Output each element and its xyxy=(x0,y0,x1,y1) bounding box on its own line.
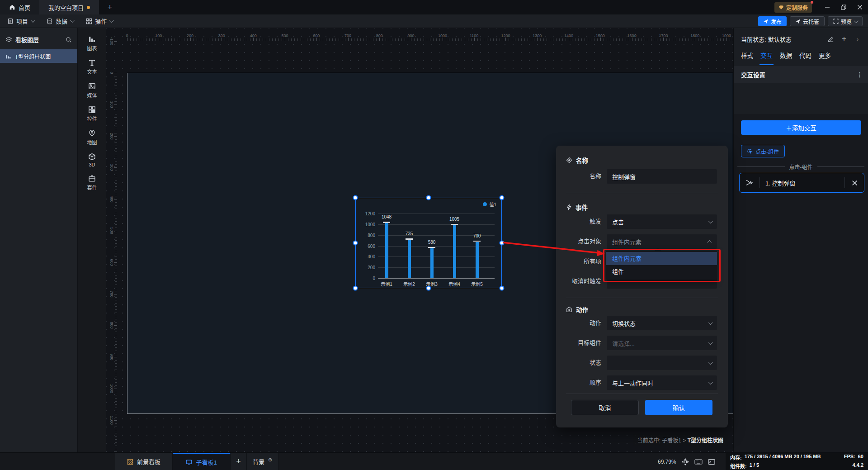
click-object-select[interactable]: 组件内元素 xyxy=(607,234,717,249)
layer-item-t-bar-chart[interactable]: T型分组柱状图 xyxy=(0,49,77,63)
confirm-button[interactable]: 确认 xyxy=(645,400,712,415)
widget-icon xyxy=(88,106,96,114)
toolbar-item-kit[interactable]: 套件 xyxy=(78,171,106,195)
menubar-actions: 发布 云托管 预览 xyxy=(758,14,863,28)
add-interaction-button[interactable]: ＋添加交互 xyxy=(741,120,861,135)
fps-value: 60 xyxy=(858,454,863,461)
toolbar-item-text[interactable]: 文本 xyxy=(78,55,106,79)
cancel-button[interactable]: 取消 xyxy=(571,400,639,415)
order-label: 顺序 xyxy=(556,375,601,390)
search-icon[interactable] xyxy=(66,37,72,43)
window-minimize-button[interactable] xyxy=(819,0,835,14)
v-ruler-major-tick xyxy=(114,199,117,199)
add-board-button[interactable]: + xyxy=(231,453,247,470)
board-tabs: 前景看板 子看板1 + 背景 ⊕ xyxy=(115,453,278,470)
resize-handle-top-center[interactable] xyxy=(426,195,431,200)
tab-project[interactable]: 我的空白项目 xyxy=(39,0,99,14)
tab-home-label: 首页 xyxy=(19,3,30,12)
v-ruler-major-tick xyxy=(114,294,117,294)
custom-service-badge[interactable]: 定制服务 xyxy=(774,2,812,13)
grid-icon xyxy=(86,18,92,24)
current-state-value: 默认状态 xyxy=(768,35,792,43)
trigger-select[interactable]: 点击 xyxy=(607,214,717,229)
h-ruler-major-tick xyxy=(127,38,127,41)
tab-style[interactable]: 样式 xyxy=(741,51,753,66)
h-ruler-major-tick xyxy=(474,38,475,41)
add-state-button[interactable]: + xyxy=(838,34,850,43)
order-select[interactable]: 与上一动作同时 xyxy=(607,375,717,390)
v-ruler-major-tick xyxy=(114,136,117,137)
resize-handle-middle-right[interactable] xyxy=(500,241,505,246)
shortcut-keys-button[interactable] xyxy=(694,459,703,465)
toolbar-item-charts[interactable]: 图表 xyxy=(78,32,106,55)
more-options-icon[interactable]: ⋮ xyxy=(857,71,863,78)
resize-handle-top-right[interactable] xyxy=(500,195,505,200)
window-restore-button[interactable] xyxy=(835,0,852,14)
edit-icon xyxy=(827,36,834,43)
preview-button[interactable]: 预览 xyxy=(828,16,863,26)
window-close-button[interactable] xyxy=(852,0,868,14)
v-ruler-major-tick xyxy=(114,389,117,389)
delete-interaction-button[interactable] xyxy=(845,180,864,186)
chevron-down-icon xyxy=(708,320,713,325)
menu-data[interactable]: 数据 xyxy=(47,17,73,25)
cloud-hosting-button[interactable]: 云托管 xyxy=(790,16,825,26)
state-select[interactable] xyxy=(607,356,717,370)
vertical-ruler: -100010020030040050060070080090010001100 xyxy=(110,28,117,452)
tab-code[interactable]: 代码 xyxy=(799,51,811,66)
tab-data[interactable]: 数据 xyxy=(780,51,792,66)
tab-background[interactable]: 背景 ⊕ xyxy=(247,453,278,470)
resize-handle-bottom-right[interactable] xyxy=(500,286,505,291)
h-ruler-major-tick xyxy=(316,38,317,41)
tab-more[interactable]: 更多 xyxy=(819,51,831,66)
resize-handle-top-left[interactable] xyxy=(353,195,358,200)
tab-sub-board-1[interactable]: 子看板1 xyxy=(173,453,231,470)
v-ruler-major-tick xyxy=(114,262,117,263)
toolbar-item-media[interactable]: 媒体 xyxy=(78,79,106,102)
v-ruler-label: 800 xyxy=(109,322,114,329)
tab-home[interactable]: 首页 xyxy=(0,0,39,14)
name-section-icon xyxy=(566,157,572,163)
resize-handle-bottom-left[interactable] xyxy=(353,286,358,291)
zoom-percent[interactable]: 69.79% xyxy=(658,459,676,465)
resize-handle-middle-left[interactable] xyxy=(353,241,358,246)
t-bar-chart-component[interactable]: 值1 0200400600800100012001048示例1735示例2580… xyxy=(355,198,502,288)
v-ruler-major-tick xyxy=(114,73,117,73)
edit-state-button[interactable] xyxy=(825,36,836,43)
console-button[interactable] xyxy=(708,459,715,465)
memory-label: 内存: xyxy=(730,454,742,461)
h-ruler-major-tick xyxy=(695,38,695,41)
tab-interaction[interactable]: 交互 xyxy=(760,51,773,66)
cube-3d-icon xyxy=(88,153,96,161)
new-tab-button[interactable]: + xyxy=(104,3,115,12)
resize-handle-bottom-center[interactable] xyxy=(426,286,431,291)
trigger-label: 触发 xyxy=(556,214,601,229)
board-monitor-icon xyxy=(186,459,192,465)
action-select[interactable]: 切换状态 xyxy=(607,316,717,330)
interaction-chip-click-component[interactable]: 点击-组件 xyxy=(741,145,785,157)
toolbar-item-widgets[interactable]: 控件 xyxy=(78,102,106,126)
toolbar-item-3d[interactable]: 3D xyxy=(78,149,106,171)
name-input[interactable]: 控制弹窗 xyxy=(607,169,717,184)
fps-label: FPS: xyxy=(844,454,855,461)
chevron-down-icon xyxy=(708,219,713,223)
hatched-square-icon xyxy=(127,459,133,465)
v-ruler-label: 0 xyxy=(109,71,114,74)
keyboard-icon xyxy=(694,459,703,465)
menu-project[interactable]: 项目 xyxy=(7,17,34,25)
text-icon xyxy=(88,59,96,66)
target-component-select[interactable]: 请选择... xyxy=(607,336,717,350)
menu-actions[interactable]: 操作 xyxy=(86,17,113,25)
close-icon xyxy=(852,180,858,186)
chevron-down-icon xyxy=(854,19,859,23)
toolbar-item-map[interactable]: 地图 xyxy=(78,126,106,149)
h-ruler-major-tick xyxy=(222,38,222,41)
tab-foreground-board[interactable]: 前景看板 xyxy=(115,453,173,470)
v-ruler-label: 500 xyxy=(109,227,114,234)
layers-panel: 看板图层 T型分组柱状图 xyxy=(0,28,78,470)
collapse-panel-button[interactable]: › xyxy=(852,36,863,43)
publish-button[interactable]: 发布 xyxy=(758,16,787,26)
h-ruler-major-tick xyxy=(663,38,664,41)
interaction-item-control-popup[interactable]: 1. 控制弹窗 xyxy=(739,173,864,193)
fit-screen-button[interactable] xyxy=(682,458,689,465)
